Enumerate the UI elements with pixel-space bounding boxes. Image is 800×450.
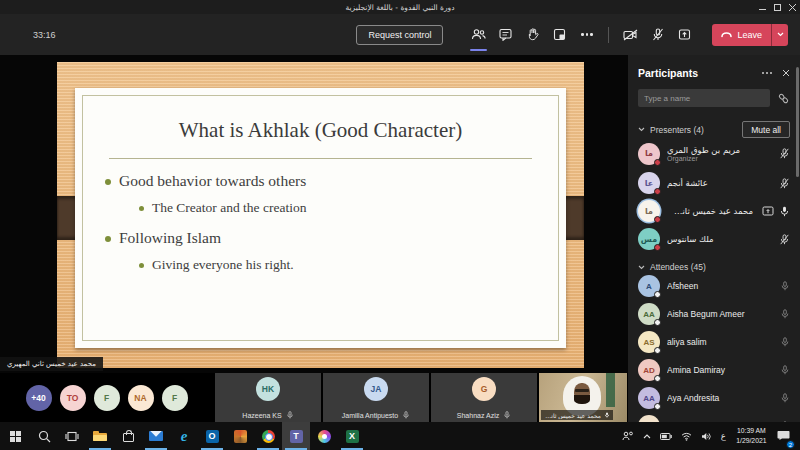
volume-indicator[interactable] bbox=[696, 422, 716, 450]
microsoft-store-button[interactable] bbox=[114, 422, 142, 450]
participant-row[interactable]: مس ملك سانتوس bbox=[638, 225, 790, 253]
participant-name: Amina Damiray bbox=[667, 365, 773, 375]
mic-off-icon bbox=[652, 28, 664, 41]
panel-title: Participants bbox=[638, 67, 762, 79]
avatar: A bbox=[638, 275, 660, 297]
participant-name: Aisha Begum Ameer bbox=[667, 309, 773, 319]
participant-row[interactable]: AD Amina Damiray bbox=[638, 356, 790, 384]
leave-label: Leave bbox=[737, 30, 762, 40]
speaker-glasses bbox=[575, 389, 589, 392]
action-center-button[interactable]: 2 bbox=[773, 422, 800, 450]
participant-bubble[interactable]: F bbox=[94, 385, 120, 411]
taskbar-search-button[interactable] bbox=[30, 422, 58, 450]
panel-scrollbar[interactable] bbox=[796, 67, 799, 177]
mic-idle-icon bbox=[780, 281, 790, 291]
avatar: G bbox=[472, 377, 496, 401]
search-input[interactable] bbox=[638, 89, 770, 107]
minimize-button[interactable] bbox=[755, 0, 770, 14]
chevron-down-icon bbox=[777, 32, 784, 37]
language-indicator[interactable]: ع bbox=[716, 422, 730, 450]
more-icon bbox=[581, 33, 593, 36]
task-view-button[interactable] bbox=[58, 422, 86, 450]
file-explorer-button[interactable] bbox=[86, 422, 114, 450]
media-app-button[interactable] bbox=[226, 422, 254, 450]
participant-bubble[interactable]: NA bbox=[128, 385, 154, 411]
participant-tile[interactable]: HK Hazeena KS bbox=[215, 373, 321, 422]
video-name: محمد عيد خميس ثاني الم bbox=[544, 412, 601, 419]
maximize-button[interactable] bbox=[770, 0, 785, 14]
panel-more-button[interactable] bbox=[762, 72, 772, 74]
overflow-count-badge[interactable]: +40 bbox=[26, 385, 52, 411]
participant-bubble[interactable]: TO bbox=[60, 385, 86, 411]
battery-indicator[interactable] bbox=[655, 422, 676, 450]
chat-button[interactable] bbox=[492, 21, 519, 48]
presenters-header: Presenters (4) bbox=[650, 125, 737, 135]
leave-menu-button[interactable] bbox=[772, 24, 788, 46]
copy-link-icon[interactable] bbox=[777, 92, 790, 105]
participant-row[interactable]: AA Aya Andresita bbox=[638, 384, 790, 412]
participant-row[interactable]: AS Ayesha Sultana bbox=[638, 412, 790, 422]
paint3d-button[interactable] bbox=[310, 422, 338, 450]
breakout-rooms-button[interactable] bbox=[546, 21, 573, 48]
teams-button[interactable]: T bbox=[282, 422, 310, 450]
collapse-chevron-icon[interactable] bbox=[638, 265, 645, 270]
close-button[interactable] bbox=[785, 0, 800, 14]
presence-dot bbox=[654, 319, 661, 326]
presence-dot bbox=[654, 403, 661, 410]
presence-busy-dot bbox=[654, 216, 661, 223]
breakout-rooms-icon bbox=[553, 28, 566, 41]
participant-row[interactable]: AS aliya salim bbox=[638, 328, 790, 356]
avatar: AA bbox=[638, 303, 660, 325]
participant-tile[interactable]: G Shahnaz Aziz bbox=[431, 373, 537, 422]
speaker-video-tile[interactable]: محمد عيد خميس ثاني الم bbox=[539, 373, 627, 422]
participant-filmstrip: +40 TO F NA F HK Hazeena KS JA Jamilla A… bbox=[0, 373, 628, 422]
collapse-chevron-icon[interactable] bbox=[638, 127, 645, 132]
participant-bubble[interactable]: F bbox=[162, 385, 188, 411]
paint3d-icon bbox=[318, 430, 331, 443]
mic-toggle-button[interactable] bbox=[644, 21, 671, 48]
panel-close-button[interactable] bbox=[782, 69, 790, 77]
excel-icon: X bbox=[346, 430, 359, 443]
bullet-dot bbox=[139, 206, 144, 211]
mic-muted-icon bbox=[779, 178, 790, 189]
excel-button[interactable]: X bbox=[338, 422, 366, 450]
mic-on-icon bbox=[604, 412, 610, 418]
participant-row[interactable]: AA Aisha Begum Ameer bbox=[638, 300, 790, 328]
chrome-button[interactable] bbox=[254, 422, 282, 450]
participant-row[interactable]: A Afsheen bbox=[638, 272, 790, 300]
wifi-indicator[interactable] bbox=[676, 422, 696, 450]
people-tray-button[interactable] bbox=[617, 422, 638, 450]
teams-meeting-window: دورة النبي القدوة - باللغة الإنجليزية 33… bbox=[0, 0, 800, 450]
search-icon bbox=[38, 430, 51, 443]
outlook-button[interactable]: O bbox=[198, 422, 226, 450]
leave-button[interactable]: Leave bbox=[712, 24, 771, 46]
more-actions-button[interactable] bbox=[573, 21, 600, 48]
participant-row[interactable]: ما محمد عيد خميس ثاني المهيري bbox=[638, 197, 790, 225]
tile-name: Jamilla Antipuesto bbox=[342, 412, 398, 419]
camera-toggle-button[interactable] bbox=[617, 21, 644, 48]
participant-tile[interactable]: JA Jamilla Antipuesto bbox=[323, 373, 429, 422]
mic-on-icon bbox=[779, 206, 790, 217]
mail-button[interactable] bbox=[142, 422, 170, 450]
media-app-icon bbox=[234, 430, 247, 443]
participant-row[interactable]: ما مريم بن طوق المري Organizer bbox=[638, 138, 790, 169]
attendees-header: Attendees (45) bbox=[650, 262, 790, 272]
show-hidden-icons-button[interactable] bbox=[638, 422, 655, 450]
raise-hand-button[interactable] bbox=[519, 21, 546, 48]
start-button[interactable] bbox=[0, 422, 30, 450]
participant-name: مريم بن طوق المري bbox=[667, 145, 772, 155]
avatar: AS bbox=[638, 415, 660, 422]
participant-row[interactable]: عا عائشة أنجم bbox=[638, 169, 790, 197]
internet-explorer-button[interactable]: e bbox=[170, 422, 198, 450]
slide-bullet: Giving everyone his right. bbox=[139, 257, 566, 273]
share-screen-button[interactable] bbox=[671, 21, 698, 48]
request-control-button[interactable]: Request control bbox=[356, 25, 443, 45]
participants-toggle-button[interactable] bbox=[465, 21, 492, 48]
mute-all-button[interactable]: Mute all bbox=[742, 121, 790, 138]
avatar: JA bbox=[364, 377, 388, 401]
battery-icon bbox=[660, 433, 672, 440]
bullet-dot bbox=[105, 179, 111, 185]
presence-busy-dot bbox=[654, 244, 661, 251]
taskbar-clock[interactable]: 10:39 AM 1/29/2021 bbox=[730, 422, 772, 450]
camera-off-icon bbox=[623, 29, 638, 41]
